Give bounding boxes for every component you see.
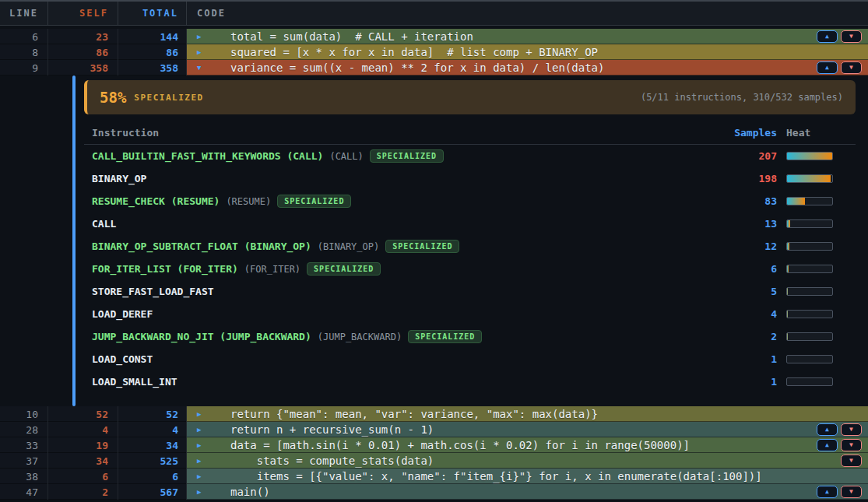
heat-column-header: Heat <box>786 127 856 139</box>
code-cell[interactable]: ▶ total = sum(data) # CALL + iteration ▲… <box>187 29 868 44</box>
code-cell[interactable]: ▶ return {"mean": mean, "var": variance,… <box>187 406 868 422</box>
heat-bar-fill <box>787 265 789 272</box>
line-nav-buttons: ▼ <box>841 455 868 467</box>
instruction-samples: 198 <box>699 173 777 184</box>
code-cell[interactable]: ▶ stats = compute_stats(data) ▼ <box>187 453 868 469</box>
instruction-name-group: STORE_FAST_LOAD_FAST <box>92 286 699 297</box>
jump-up-button[interactable]: ▲ <box>817 30 838 43</box>
jump-up-button[interactable]: ▲ <box>817 439 838 451</box>
expand-marker-icon[interactable]: ▶ <box>197 473 201 480</box>
total-samples: 34 <box>118 437 187 453</box>
instruction-row: CALL_BUILTIN_FAST_WITH_KEYWORDS (CALL) (… <box>84 145 856 167</box>
total-samples: 525 <box>118 453 187 469</box>
line-nav-buttons: ▲▼ <box>817 30 868 43</box>
instruction-row: LOAD_SMALL_INT 1 <box>84 370 856 393</box>
instruction-name-group: RESUME_CHECK (RESUME) (RESUME) SPECIALIZ… <box>92 195 699 208</box>
expanded-indicator-line <box>72 75 76 406</box>
jump-down-button[interactable]: ▼ <box>841 423 862 436</box>
code-cell[interactable]: ▶ data = [math.sin(i * 0.01) + math.cos(… <box>187 437 868 453</box>
expand-marker-icon[interactable]: ▶ <box>197 33 201 40</box>
instruction-name: LOAD_CONST <box>92 353 153 365</box>
heat-bar <box>786 377 833 386</box>
specialized-badge: SPECIALIZED <box>307 262 381 276</box>
jump-down-button[interactable]: ▼ <box>841 61 862 74</box>
instruction-base-name: (FOR_ITER) <box>244 264 300 275</box>
instruction-samples: 5 <box>699 286 777 297</box>
expand-marker-icon[interactable]: ▶ <box>197 458 201 465</box>
instruction-name: CALL_BUILTIN_FAST_WITH_KEYWORDS (CALL) <box>92 150 323 162</box>
total-samples: 144 <box>118 29 187 44</box>
code-cell[interactable]: ▶ return n + recursive_sum(n - 1) ▲▼ <box>187 422 868 437</box>
self-samples: 86 <box>48 44 118 60</box>
specialized-badge: SPECIALIZED <box>408 330 482 343</box>
instruction-name-group: LOAD_SMALL_INT <box>92 376 699 388</box>
heat-bar <box>786 265 833 273</box>
code-line-row: 33 19 34 ▶ data = [math.sin(i * 0.01) + … <box>0 437 868 453</box>
code-line-row: 6 23 144 ▶ total = sum(data) # CALL + it… <box>0 29 868 44</box>
specialized-badge: SPECIALIZED <box>385 240 459 253</box>
code-text: return {"mean": mean, "var": variance, "… <box>187 408 598 420</box>
instruction-name-group: LOAD_CONST <box>92 353 699 365</box>
instruction-name-group: FOR_ITER_LIST (FOR_ITER) (FOR_ITER) SPEC… <box>92 262 699 276</box>
expand-marker-icon[interactable]: ▶ <box>197 49 201 56</box>
heat-bar-fill <box>787 153 832 160</box>
self-samples: 34 <box>48 453 118 469</box>
instruction-samples: 6 <box>699 263 777 275</box>
instruction-base-name: (JUMP_BACKWARD) <box>318 332 402 342</box>
instruction-name: STORE_FAST_LOAD_FAST <box>92 286 214 297</box>
instruction-samples: 4 <box>699 308 777 320</box>
code-line-row: 10 52 52 ▶ return {"mean": mean, "var": … <box>0 406 868 422</box>
instruction-row: CALL 13 <box>84 212 856 235</box>
jump-down-button[interactable]: ▼ <box>841 455 862 467</box>
heat-bar <box>786 174 833 183</box>
heat-bar-fill <box>787 243 789 250</box>
self-samples: 358 <box>48 60 118 75</box>
instruction-panel-content: 58% SPECIALIZED (5/11 instructions, 310/… <box>84 80 856 393</box>
samples-column-header[interactable]: Samples <box>699 127 777 139</box>
jump-down-button[interactable]: ▼ <box>841 486 862 498</box>
specialized-label: SPECIALIZED <box>134 93 203 103</box>
total-samples: 358 <box>118 60 187 75</box>
total-samples: 86 <box>118 44 187 60</box>
instruction-name: BINARY_OP_SUBTRACT_FLOAT (BINARY_OP) <box>92 240 311 252</box>
code-text: total = sum(data) # CALL + iteration <box>187 30 473 43</box>
line-nav-buttons: ▲▼ <box>817 61 868 74</box>
instruction-samples: 2 <box>699 331 777 342</box>
instruction-name-group: LOAD_DEREF <box>92 308 699 320</box>
jump-up-button[interactable]: ▲ <box>817 61 838 74</box>
instruction-samples: 1 <box>699 353 777 365</box>
line-nav-buttons: ▲▼ <box>817 439 868 451</box>
jump-up-button[interactable]: ▲ <box>817 423 838 436</box>
code-line-row: 8 86 86 ▶ squared = [x * x for x in data… <box>0 44 868 60</box>
column-header-self: SELF <box>48 2 118 25</box>
expand-marker-icon[interactable]: ▼ <box>197 65 201 72</box>
expand-marker-icon[interactable]: ▶ <box>197 427 201 434</box>
expand-marker-icon[interactable]: ▶ <box>197 411 201 418</box>
line-number: 9 <box>0 60 48 75</box>
instruction-name: RESUME_CHECK (RESUME) <box>92 195 220 207</box>
code-cell[interactable]: ▶ main() ▲▼ <box>187 484 868 500</box>
specialized-percent: 58% <box>100 89 126 106</box>
jump-up-button[interactable]: ▲ <box>817 486 838 498</box>
instruction-name-group: BINARY_OP <box>92 173 699 184</box>
code-cell[interactable]: ▶ squared = [x * x for x in data] # list… <box>187 44 868 60</box>
code-cell[interactable]: ▼ variance = sum((x - mean) ** 2 for x i… <box>187 60 868 75</box>
instruction-row: BINARY_OP 198 <box>84 167 856 190</box>
instruction-base-name: (CALL) <box>329 151 363 162</box>
code-cell[interactable]: ▶ items = [{"value": x, "name": f"item_{… <box>187 469 868 484</box>
jump-down-button[interactable]: ▼ <box>841 439 862 451</box>
instruction-column-header: Instruction <box>92 127 699 139</box>
instruction-name: CALL <box>92 218 116 230</box>
instruction-row: FOR_ITER_LIST (FOR_ITER) (FOR_ITER) SPEC… <box>84 258 856 280</box>
self-samples: 19 <box>48 437 118 453</box>
expand-marker-icon[interactable]: ▶ <box>197 489 201 496</box>
expand-marker-icon[interactable]: ▶ <box>197 442 201 449</box>
specialized-meta: (5/11 instructions, 310/532 samples) <box>641 92 843 103</box>
jump-down-button[interactable]: ▼ <box>841 30 862 43</box>
line-number: 37 <box>0 453 48 469</box>
line-number: 8 <box>0 44 48 60</box>
heat-bar-fill <box>787 220 790 227</box>
self-samples: 4 <box>48 422 118 437</box>
instruction-row: LOAD_CONST 1 <box>84 348 856 370</box>
code-text: variance = sum((x - mean) ** 2 for x in … <box>187 61 604 74</box>
